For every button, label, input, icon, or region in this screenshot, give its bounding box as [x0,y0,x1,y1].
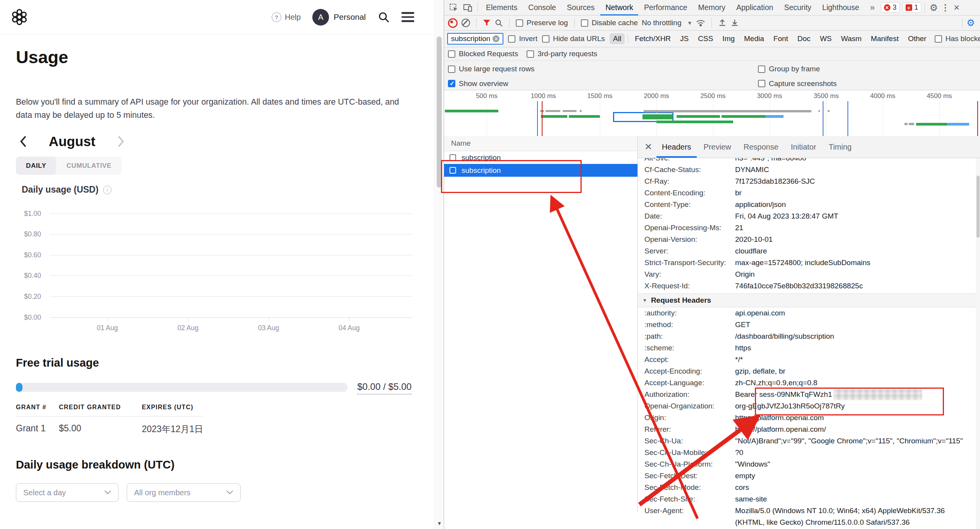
tab-lighthouse[interactable]: Lighthouse [817,0,864,16]
scrollbar-thumb[interactable] [437,36,442,188]
filter-icon[interactable] [483,19,491,26]
tab-sources[interactable]: Sources [562,0,600,16]
account-button[interactable]: A Personal [312,9,366,26]
network-conditions-icon[interactable] [696,19,705,27]
record-icon[interactable] [448,18,458,28]
network-overview[interactable]: 500 ms1000 ms1500 ms2000 ms2500 ms3000 m… [444,90,980,136]
info-icon[interactable]: i [103,186,112,194]
avatar: A [312,9,329,26]
issues-badge[interactable]: x 1 [902,2,921,13]
request-row[interactable]: subscription [444,151,637,164]
device-toolbar-icon[interactable] [461,3,474,12]
large-rows-checkbox[interactable]: Use large request rows [448,65,534,73]
chip-font[interactable]: Font [770,33,792,44]
waterfall-bar [541,115,567,118]
errors-badge[interactable]: ✕ 3 [881,2,900,13]
chart-title: Daily usage (USD) i [22,184,112,195]
blocked-requests-checkbox[interactable]: Blocked Requests [448,50,518,58]
export-har-icon[interactable] [730,19,739,27]
show-overview-checkbox[interactable]: Show overview [448,79,508,88]
devtools-tabbar: Elements Console Sources Network Perform… [444,0,980,16]
request-row-selected[interactable]: subscription [444,164,637,177]
network-settings-gear-icon[interactable]: ⚙ [965,17,977,28]
chip-media[interactable]: Media [741,33,768,44]
tab-headers[interactable]: Headers [656,136,697,158]
timeline-marker [537,101,538,136]
filter-input[interactable]: subscription ✕ [447,33,503,45]
chip-all[interactable]: All [610,33,625,44]
tab-cumulative[interactable]: CUMULATIVE [56,157,121,175]
settings-gear-icon[interactable]: ⚙ [928,2,940,13]
invert-checkbox[interactable]: Invert [508,34,537,43]
overview-tick: 2500 ms [696,92,730,100]
close-details-icon[interactable]: ✕ [642,140,655,153]
clear-filter-icon[interactable]: ✕ [493,35,499,42]
waterfall-bar [909,123,914,125]
more-tabs-icon[interactable]: » [865,0,880,16]
chip-wasm[interactable]: Wasm [837,33,865,44]
tab-elements[interactable]: Elements [481,0,522,16]
request-headers-section[interactable]: ▼Request Headers [638,293,980,307]
tab-initiator[interactable]: Initiator [785,136,822,158]
page-scrollbar[interactable]: ▼ [434,0,444,529]
group-by-frame-checkbox[interactable]: Group by frame [758,65,820,73]
tab-performance[interactable]: Performance [639,0,692,16]
prev-month-icon[interactable] [16,134,30,148]
openai-header: ? Help A Personal [0,0,434,34]
hide-data-urls-checkbox[interactable]: Hide data URLs [542,34,605,43]
scrollbar-down-icon[interactable]: ▼ [435,517,444,529]
details-tabbar: ✕ Headers Preview Response Initiator Tim… [638,136,980,158]
next-month-icon[interactable] [114,134,128,148]
tab-application[interactable]: Application [731,0,778,16]
row-checkbox[interactable] [450,154,456,161]
throttling-select[interactable]: No throttling ▼ [642,19,692,27]
chip-css[interactable]: CSS [694,33,716,44]
overview-tick: 1500 ms [582,92,617,100]
help-button[interactable]: ? Help [272,12,301,22]
has-blocked-cookies-checkbox[interactable]: Has blocked cookies [935,34,980,43]
chip-doc[interactable]: Doc [794,33,814,44]
overview-tick: 500 ms [469,92,504,100]
tab-memory[interactable]: Memory [693,0,730,16]
tab-console[interactable]: Console [523,0,561,16]
clear-icon[interactable] [462,19,470,27]
header-row: Accept-Encoding:gzip, deflate, br [638,365,980,377]
tab-network[interactable]: Network [600,0,638,16]
search-network-icon[interactable] [494,19,503,27]
issue-icon: x [906,4,912,11]
chip-js[interactable]: JS [677,33,692,44]
chip-manifest[interactable]: Manifest [867,33,902,44]
tab-response[interactable]: Response [738,136,784,158]
chip-ws[interactable]: WS [816,33,835,44]
day-select[interactable]: Select a day [16,483,119,502]
name-column-header[interactable]: Name [444,136,637,151]
chip-img[interactable]: Img [719,33,738,44]
tab-preview[interactable]: Preview [698,136,737,158]
chip-other[interactable]: Other [904,33,930,44]
timeline-marker [847,101,848,136]
openai-logo-icon[interactable] [10,8,28,26]
menu-icon[interactable] [401,12,414,22]
preserve-log-checkbox[interactable]: Preserve log [516,19,568,27]
kebab-menu-icon[interactable]: ⋮ [940,3,951,13]
third-party-checkbox[interactable]: 3rd-party requests [527,50,597,58]
inspect-element-icon[interactable] [447,3,460,12]
details-scrollbar[interactable] [976,158,980,529]
row-checkbox[interactable] [450,167,456,174]
request-details-panel: ✕ Headers Preview Response Initiator Tim… [638,136,980,529]
chip-fetch-xhr[interactable]: Fetch/XHR [631,33,674,44]
headers-content[interactable]: Alt-Svc:h3=":443"; ma=86400Cf-Cache-Stat… [638,158,980,529]
org-members-select[interactable]: All org members [127,483,241,502]
header-row: Alt-Svc:h3=":443"; ma=86400 [638,158,980,164]
header-row: Sec-Ch-Ua-Platform:"Windows" [638,458,980,470]
tab-daily[interactable]: DAILY [16,157,56,175]
disable-cache-checkbox[interactable]: Disable cache [581,19,638,27]
import-har-icon[interactable] [718,19,727,27]
waterfall-bar [904,123,908,125]
tab-security[interactable]: Security [779,0,816,16]
search-icon[interactable] [377,11,390,23]
capture-screenshots-checkbox[interactable]: Capture screenshots [758,79,837,88]
close-devtools-icon[interactable]: × [951,2,962,14]
disclosure-triangle-icon: ▼ [642,298,647,303]
tab-timing[interactable]: Timing [823,136,857,158]
